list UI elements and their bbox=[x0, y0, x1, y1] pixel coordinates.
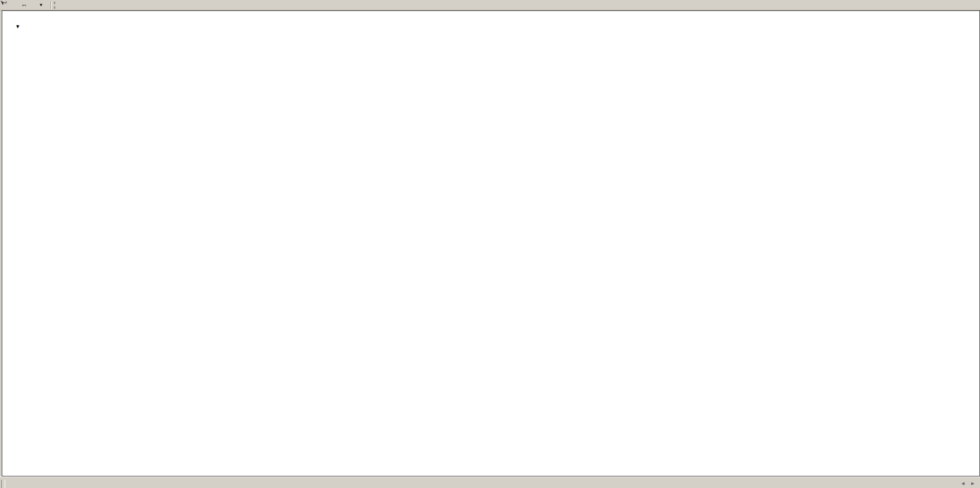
symbol-tabbar: ◄ ► bbox=[0, 476, 980, 488]
cursor-tools-dropdown[interactable]: ▾ bbox=[33, 1, 48, 9]
mt4-terminal: { "toolbar": { "tools": [ {"label":"A"},… bbox=[0, 0, 980, 488]
toolbar: ▾ bbox=[0, 0, 980, 10]
tab-scroll-left-icon[interactable]: ◄ bbox=[958, 479, 968, 488]
tab-scroll-buttons: ◄ ► bbox=[958, 479, 978, 488]
cursor-arrows-icon bbox=[0, 0, 8, 6]
tab-scroll-right-icon[interactable]: ► bbox=[968, 479, 978, 488]
chart-title: ▼ bbox=[8, 14, 31, 38]
tabbar-grip bbox=[1, 480, 5, 488]
toolbar-grip[interactable] bbox=[54, 2, 58, 9]
toolbar-separator bbox=[50, 1, 51, 9]
chart-canvas[interactable] bbox=[2, 11, 979, 476]
chart-window: ▼ bbox=[2, 10, 980, 476]
chart-dropdown-icon[interactable]: ▼ bbox=[15, 24, 21, 29]
chevron-down-icon: ▾ bbox=[40, 2, 42, 8]
text-tool-button[interactable] bbox=[17, 1, 32, 9]
text-tool-icon bbox=[23, 5, 26, 6]
